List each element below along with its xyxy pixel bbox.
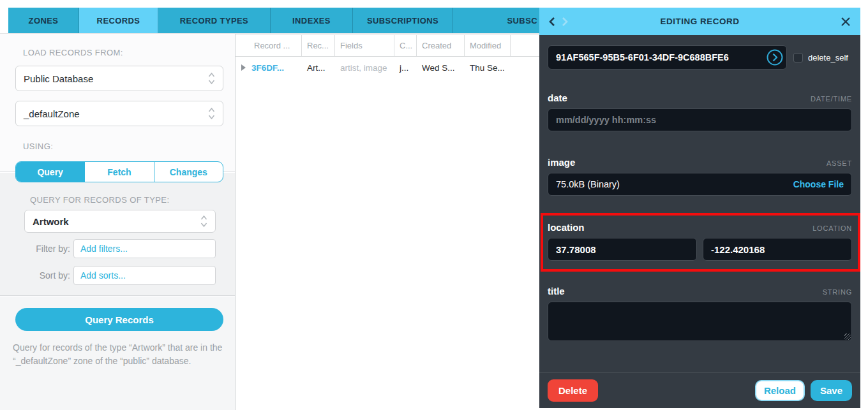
panel-body: delete_self date DATE/TIME image ASSET 7…: [539, 35, 860, 408]
title-field-label: title: [548, 286, 565, 296]
image-asset-box: 75.0kB (Binary) Choose File: [548, 173, 852, 196]
add-filters-input[interactable]: [73, 239, 216, 258]
mode-query[interactable]: Query: [16, 162, 84, 182]
record-type-select[interactable]: Artwork: [24, 210, 216, 233]
up-down-chevrons-icon: [208, 106, 215, 121]
tab-zones[interactable]: ZONES: [8, 8, 79, 33]
filter-by-label: Filter by:: [15, 239, 70, 258]
date-field-label: date: [548, 92, 567, 103]
record-name-row: delete_self: [548, 35, 852, 70]
tab-subscriptions[interactable]: SUBSCRIPTIONS: [353, 8, 453, 33]
expand-triangle-icon[interactable]: [241, 64, 246, 71]
location-field-label: location: [548, 222, 585, 233]
mode-changes[interactable]: Changes: [154, 162, 223, 182]
chevron-left-icon: [548, 17, 555, 27]
up-down-chevrons-icon: [208, 71, 215, 85]
tab-record-types[interactable]: RECORD TYPES: [158, 8, 271, 33]
delete-self-label: delete_self: [808, 53, 848, 62]
delete-self-checkbox[interactable]: [793, 53, 803, 62]
load-records-from-label: LOAD RECORDS FROM:: [23, 48, 123, 57]
record-name-input[interactable]: [548, 45, 787, 70]
delete-button[interactable]: Delete: [548, 379, 598, 402]
record-name-cell: 3F6DF...: [236, 63, 302, 73]
modified-cell: Thu Se...: [465, 63, 511, 73]
longitude-input[interactable]: [703, 238, 852, 261]
column-created[interactable]: Created: [417, 35, 465, 56]
query-description: Query for records of the type “Artwork” …: [13, 341, 225, 368]
close-panel-button[interactable]: [841, 17, 851, 27]
image-field-label: image: [548, 157, 575, 168]
title-textarea[interactable]: [548, 302, 852, 341]
query-type-label: QUERY FOR RECORDS OF TYPE:: [30, 195, 169, 205]
zone-select[interactable]: _defaultZone: [15, 101, 223, 126]
panel-header: EDITING RECORD: [539, 8, 860, 35]
mode-segmented-control: Query Fetch Changes: [15, 161, 223, 182]
panel-title: EDITING RECORD: [539, 17, 860, 26]
tab-subscription-types[interactable]: SUBSC: [453, 8, 539, 33]
using-label: USING:: [23, 142, 53, 151]
latitude-input[interactable]: [548, 238, 697, 261]
next-record-button[interactable]: [562, 17, 569, 27]
delete-self-control[interactable]: delete_self: [793, 53, 848, 62]
choose-file-button[interactable]: Choose File: [793, 179, 844, 189]
image-asset-value: 75.0kB (Binary): [556, 179, 620, 189]
tab-records[interactable]: RECORDS: [79, 8, 158, 33]
main-tab-bar: ZONES RECORDS RECORD TYPES INDEXES SUBSC…: [8, 8, 539, 33]
circled-chevron-right-icon: [767, 49, 783, 66]
chevron-right-icon: [562, 17, 569, 27]
date-input[interactable]: [548, 108, 852, 131]
created-by-cell: j...: [394, 63, 417, 73]
query-records-button[interactable]: Query Records: [15, 308, 223, 331]
date-field-group: date DATE/TIME: [548, 92, 852, 131]
add-sorts-input[interactable]: [73, 266, 216, 285]
column-modified[interactable]: Modified: [465, 35, 511, 56]
sort-by-label: Sort by:: [15, 266, 70, 285]
close-icon: [841, 17, 851, 27]
column-created-by[interactable]: C...: [394, 35, 417, 56]
reload-button[interactable]: Reload: [755, 380, 805, 401]
created-cell: Wed S...: [417, 63, 465, 73]
previous-record-button[interactable]: [548, 17, 555, 27]
record-type-cell: Art...: [302, 63, 335, 73]
fields-cell: artist, image: [335, 63, 394, 73]
save-button[interactable]: Save: [811, 380, 852, 401]
title-field-type: STRING: [823, 288, 852, 296]
location-highlight-box: location LOCATION: [541, 213, 860, 272]
query-sidebar: LOAD RECORDS FROM: Public Database _defa…: [0, 34, 236, 410]
table-row[interactable]: 3F6DF... Art... artist, image j... Wed S…: [236, 57, 539, 78]
database-select-value: Public Database: [24, 73, 208, 84]
database-select[interactable]: Public Database: [15, 66, 223, 91]
panel-footer: Delete Reload Save: [539, 372, 860, 408]
record-type-select-value: Artwork: [33, 216, 200, 227]
zone-select-value: _defaultZone: [24, 108, 208, 119]
mode-fetch[interactable]: Fetch: [84, 162, 153, 182]
up-down-chevrons-icon: [200, 214, 207, 228]
image-field-group: image ASSET 75.0kB (Binary) Choose File: [548, 157, 852, 196]
location-field-type: LOCATION: [812, 224, 852, 232]
record-name-link[interactable]: 3F6DF...: [251, 63, 284, 73]
column-record-name[interactable]: Record ...: [236, 35, 302, 56]
column-fields[interactable]: Fields: [335, 35, 394, 56]
date-field-type: DATE/TIME: [811, 95, 852, 103]
title-field-group: title STRING: [548, 286, 852, 341]
open-record-button[interactable]: [767, 49, 783, 66]
column-record-type[interactable]: Rec...: [302, 35, 335, 56]
image-field-type: ASSET: [827, 159, 852, 167]
column-filler: [511, 35, 539, 56]
tab-indexes[interactable]: INDEXES: [271, 8, 353, 33]
editing-record-panel: EDITING RECORD delete_self date DATE/TIM…: [539, 8, 860, 408]
records-table-header: Record ... Rec... Fields C... Created Mo…: [236, 34, 539, 57]
